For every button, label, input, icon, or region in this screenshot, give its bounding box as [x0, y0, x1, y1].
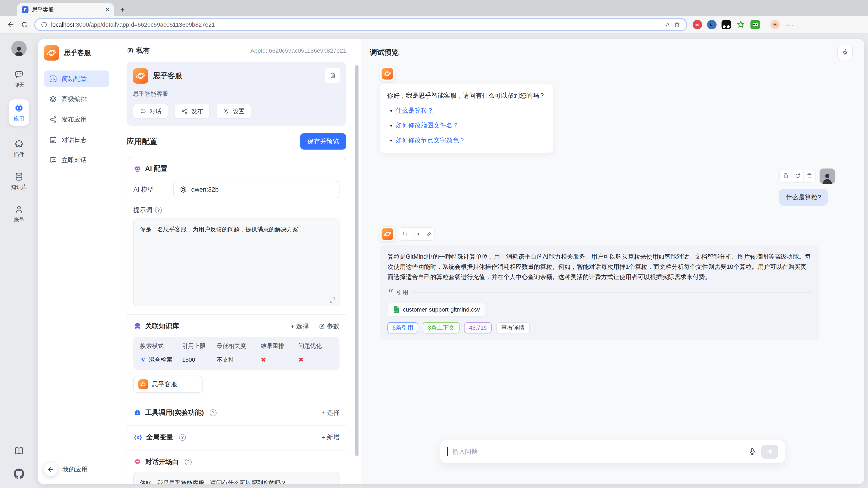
visibility-badge: 私有 — [127, 46, 150, 55]
help-icon[interactable]: ? — [155, 207, 162, 214]
chart-config-icon — [49, 74, 57, 83]
extension-star-icon[interactable] — [736, 20, 745, 29]
kb-col-header: 问题优化 — [298, 342, 333, 350]
menu-label: 发布应用 — [61, 115, 87, 124]
citations-badge[interactable]: 5条引用 — [388, 322, 418, 333]
model-select[interactable]: qwen:32b — [173, 181, 340, 198]
kb-select-button[interactable]: +选择 — [291, 322, 309, 330]
chat-bubble-icon — [14, 70, 24, 79]
clear-chat-button[interactable] — [837, 45, 852, 60]
kb-params-button[interactable]: 参数 — [319, 322, 340, 330]
settings-action-button[interactable]: 设置 — [216, 104, 251, 119]
citation-file-chip[interactable]: csv customer-support-gitmind.csv — [388, 303, 485, 317]
site-info-icon[interactable] — [41, 21, 48, 28]
help-icon[interactable]: ? — [210, 410, 217, 416]
chat-input[interactable]: 输入问题 — [440, 440, 785, 464]
svg-text:csv: csv — [395, 310, 398, 312]
config-title: 应用配置 — [127, 136, 157, 147]
chat-action-button[interactable]: 对话 — [133, 104, 168, 119]
bookmark-star-icon[interactable] — [673, 21, 681, 29]
user-message: 什么是算粒? — [380, 168, 835, 205]
extension-pig-icon[interactable] — [770, 20, 780, 29]
rail-footer — [14, 446, 24, 479]
extension-robot-icon[interactable] — [750, 20, 760, 29]
edit-icon[interactable] — [423, 228, 434, 240]
new-tab-button[interactable]: + — [120, 5, 125, 14]
opening-chat-icon — [133, 458, 142, 466]
menu-item-advanced-flow[interactable]: 高级编排 — [44, 91, 110, 107]
chat-preview: 你好，我是思乎智能客服，请问有什么可以帮到您的吗？ 什么是算粒？ 如何修改脑图文… — [361, 61, 864, 484]
menu-item-chat-now[interactable]: 立即对话 — [44, 152, 110, 168]
extension-blue-icon[interactable] — [707, 20, 717, 29]
rail-item-plugins[interactable]: 插件 — [13, 139, 24, 158]
user-bubble: 什么是算粒? — [779, 189, 828, 205]
rail-label: 知识库 — [11, 184, 27, 191]
tab-title: 思乎客服 — [32, 6, 102, 13]
variables-add-button[interactable]: +新增 — [321, 433, 340, 442]
section-tools: 工具调用(实验功能) ? +选择 — [127, 401, 346, 425]
rail-item-account[interactable]: 账号 — [13, 204, 24, 223]
read-aloud-icon[interactable] — [411, 228, 423, 240]
section-knowledge-base: 关联知识库 +选择 参数 搜索模式 引用上限 最低相关度 — [127, 314, 346, 401]
extension-yd-icon[interactable]: yd — [692, 20, 702, 29]
microphone-icon[interactable] — [748, 447, 757, 456]
tab-close-icon[interactable]: ✕ — [105, 7, 110, 13]
back-icon[interactable] — [6, 20, 15, 29]
send-button[interactable] — [761, 445, 778, 459]
welcome-link[interactable]: 什么是算粒？ — [396, 107, 434, 114]
publish-action-button[interactable]: 发布 — [175, 104, 210, 119]
reload-icon[interactable] — [20, 20, 29, 29]
kb-dataset-chip[interactable]: 思乎客服 — [133, 376, 203, 393]
retry-icon[interactable] — [792, 169, 803, 182]
rail-label: 应用 — [13, 115, 24, 123]
help-icon[interactable]: ? — [185, 459, 192, 465]
save-preview-button[interactable]: 保存并预览 — [300, 133, 346, 150]
welcome-link[interactable]: 如何修改节点文字颜色？ — [396, 137, 465, 144]
delete-message-icon[interactable] — [803, 169, 815, 182]
copy-icon[interactable] — [780, 169, 792, 182]
delete-app-button[interactable] — [325, 68, 340, 83]
menu-item-simple-config[interactable]: 简易配置 — [44, 70, 110, 87]
chat-bubble-icon — [140, 108, 147, 115]
app-sidebar: 思乎客服 简易配置 高级编排 发布应用 对话日志 — [38, 39, 114, 484]
rail-item-chat[interactable]: 聊天 — [13, 70, 24, 89]
chat-now-icon — [49, 156, 57, 164]
assistant-avatar — [380, 226, 395, 242]
welcome-link[interactable]: 如何修改脑图文件名？ — [396, 122, 459, 129]
details-badge[interactable]: 查看详情 — [496, 322, 530, 333]
send-icon — [766, 448, 774, 455]
tools-select-button[interactable]: +选择 — [321, 409, 340, 417]
kb-col-header: 最低相关度 — [217, 342, 261, 350]
prompt-textarea[interactable]: 你是一名思乎客服，为用户反馈的问题，提供满意的解决方案。 — [133, 219, 340, 306]
assistant-avatar — [380, 66, 395, 81]
extension-black-icon[interactable] — [721, 20, 731, 29]
rail-item-apps[interactable]: 应用 — [8, 99, 29, 126]
duration-badge[interactable]: 43.71s — [464, 322, 492, 333]
reader-mode-icon[interactable]: A — [666, 22, 670, 28]
url-bar[interactable]: localhost:3000/app/detail?appId=6620c59a… — [34, 18, 687, 31]
back-to-apps[interactable]: 我的应用 — [44, 463, 110, 476]
section-opening: 对话开场白 ? 你好，我是思乎智能客服，请问有什么可以帮到您的吗？ — [127, 450, 346, 484]
button-label: 新增 — [327, 433, 340, 442]
extension-divider — [765, 21, 765, 29]
config-scrollbar[interactable] — [355, 65, 359, 456]
menu-item-publish[interactable]: 发布应用 — [44, 111, 110, 128]
menu-item-chat-logs[interactable]: 对话日志 — [44, 131, 110, 148]
browser-tab[interactable]: F 思乎客服 ✕ — [17, 3, 114, 16]
expand-icon[interactable] — [329, 297, 336, 303]
copy-icon[interactable] — [399, 228, 411, 240]
app-logo-icon — [44, 45, 59, 61]
share-icon — [181, 108, 188, 115]
user-avatar[interactable] — [11, 41, 27, 56]
main-panel: 思乎客服 简易配置 高级编排 发布应用 对话日志 — [38, 39, 864, 484]
help-icon[interactable]: ? — [179, 434, 186, 441]
back-arrow-icon[interactable] — [44, 463, 57, 476]
context-badge[interactable]: 3条上下文 — [423, 322, 459, 333]
opening-textarea[interactable]: 你好，我是思乎智能客服，请问有什么可以帮到您的吗？ — [133, 472, 340, 484]
prompt-value: 你是一名思乎客服，为用户反馈的问题，提供满意的解决方案。 — [140, 226, 304, 233]
kb-params-table: 搜索模式 引用上限 最低相关度 结果重排 问题优化 混合检索 1500 不支持 … — [133, 337, 340, 370]
rail-item-datasets[interactable]: 知识库 — [11, 172, 27, 191]
github-icon[interactable] — [14, 468, 24, 479]
browser-menu-icon[interactable]: ⋯ — [786, 21, 794, 29]
docs-book-icon[interactable] — [14, 446, 24, 456]
